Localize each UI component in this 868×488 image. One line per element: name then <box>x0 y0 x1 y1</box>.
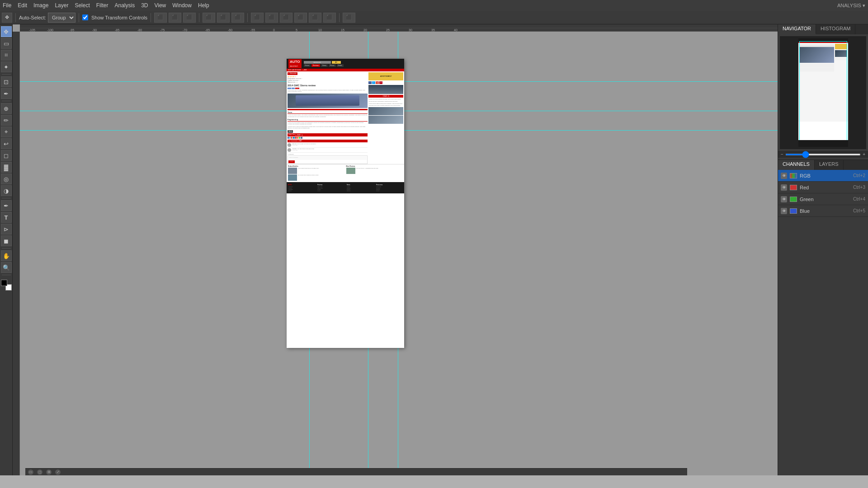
move-tool-button[interactable]: ✥ <box>2 13 12 23</box>
menu-analysis[interactable]: Analysis <box>114 2 135 9</box>
zoom-tool[interactable]: 🔍 <box>1 262 12 273</box>
distribute-right-button[interactable]: ⬛ <box>280 13 292 23</box>
align-center-h-button[interactable]: ⬛ <box>169 13 181 23</box>
channel-eye-rgb[interactable]: 👁 <box>781 173 787 179</box>
status-icon-4[interactable]: ⤢ <box>55 469 61 475</box>
channel-rgb[interactable]: 👁 RGB Ctrl+2 <box>778 170 868 182</box>
dodge-tool[interactable]: ◑ <box>1 185 12 196</box>
tab-navigator[interactable]: NAVIGATOR <box>778 24 816 34</box>
tab-channels[interactable]: CHANNELS <box>778 160 815 170</box>
bottom-tags: TAGS <box>288 130 293 133</box>
sidebar-social-icons: f t g P <box>368 81 403 84</box>
tool-separator <box>15 13 16 22</box>
comment-textarea-placeholder[interactable]: Leave a comment... <box>288 156 367 160</box>
marquee-tool[interactable]: ▭ <box>1 38 12 49</box>
zoom-slider[interactable] <box>785 154 861 155</box>
menu-edit[interactable]: Edit <box>18 2 27 9</box>
sidebar-text-2: Duis aute irure dolor in reprehenderit i… <box>368 101 403 102</box>
channel-layer-tabs: CHANNELS LAYERS <box>778 160 868 170</box>
menu-view[interactable]: View <box>154 2 166 9</box>
app-name: ANALYSIS ▾ <box>837 3 865 9</box>
menu-select[interactable]: Select <box>75 2 90 9</box>
move-tool[interactable]: ✥ <box>1 26 12 37</box>
navigator-preview[interactable] <box>780 36 866 149</box>
eyedropper-tool[interactable]: ✒ <box>1 88 12 99</box>
gradient-tool[interactable]: ▓ <box>1 162 12 173</box>
nav-content-area <box>798 43 848 122</box>
magic-wand-tool[interactable]: ✦ <box>1 61 12 72</box>
spot-heal-tool[interactable]: ⊕ <box>1 103 12 114</box>
zoom-out-icon[interactable]: − <box>781 152 783 157</box>
svg-rect-2 <box>13 32 20 475</box>
channel-green[interactable]: 👁 Green Ctrl+4 <box>778 193 868 205</box>
align-middle-v-button[interactable]: ⬛ <box>217 13 230 23</box>
vertical-ruler <box>13 32 20 475</box>
menu-bar: File Edit Image Layer Select Filter Anal… <box>0 0 868 11</box>
channel-eye-red[interactable]: 👁 <box>781 184 787 191</box>
menu-file[interactable]: File <box>3 2 11 9</box>
lasso-tool[interactable]: ⌗ <box>1 50 12 61</box>
eraser-tool[interactable]: ◻ <box>1 150 12 161</box>
show-transform-checkbox[interactable] <box>82 14 88 20</box>
footer-col-3: News LatestIndustryEventsRacing <box>347 184 373 192</box>
webpage-nav: Home Reviews News Prices Deals <box>304 64 402 67</box>
blur-tool[interactable]: ◎ <box>1 174 12 184</box>
engineering-content: At vero eos et accusamus et iusto odio d… <box>288 122 368 125</box>
sidebar-text-3: Ut labore et dolore magnam aliquam quaer… <box>368 103 403 104</box>
history-brush-tool[interactable]: ↩ <box>1 138 12 149</box>
align-top-button[interactable]: ⬛ <box>203 13 215 23</box>
navigator-doc-preview <box>798 38 848 147</box>
text-tool[interactable]: T <box>1 212 12 223</box>
sidebar-photo-1 <box>368 107 403 115</box>
submit-comment-button[interactable]: Submit <box>288 160 295 163</box>
align-bottom-button[interactable]: ⬛ <box>231 13 244 23</box>
distribute-center-button[interactable]: ⬛ <box>265 13 278 23</box>
align-right-button[interactable]: ⬛ <box>183 13 196 23</box>
pen-tool[interactable]: ✒ <box>1 200 12 211</box>
distribute-left-button[interactable]: ⬛ <box>251 13 264 23</box>
channel-shortcut-rgb: Ctrl+2 <box>853 173 865 178</box>
article-tags: 2014 GMC Sierra <box>288 88 368 89</box>
status-icon-2[interactable]: ◻ <box>37 469 42 475</box>
channel-blue[interactable]: 👁 Blue Ctrl+5 <box>778 205 868 217</box>
status-icon-3[interactable]: ⊞ <box>46 469 52 475</box>
horizontal-ruler: -105 -100 -95 -90 -85 -80 -75 -70 -65 -6… <box>20 24 778 32</box>
sidebar-text-4: Lorem ipsum dolor sit amet, consectetur … <box>368 105 403 106</box>
tool-separator-3 <box>2 198 11 198</box>
tab-histogram[interactable]: HISTOGRAM <box>816 24 855 34</box>
channel-red[interactable]: 👁 Red Ctrl+3 <box>778 182 868 193</box>
move-tool-icon: ✥ <box>5 14 9 20</box>
menu-help[interactable]: Help <box>198 2 209 9</box>
zoom-in-icon[interactable]: + <box>863 152 865 157</box>
hand-tool[interactable]: ✋ <box>1 250 12 261</box>
webpage-document[interactable]: AUTOINDUSTRIST carmax.com AD Home Review… <box>287 59 404 348</box>
comment-count: 4 comments <box>288 154 368 155</box>
document-canvas[interactable]: AUTOINDUSTRIST carmax.com AD Home Review… <box>20 32 778 475</box>
foreground-color-swatch[interactable] <box>1 280 7 286</box>
menu-3d[interactable]: 3D <box>141 2 148 9</box>
tool-sep-2 <box>79 13 79 22</box>
distribute-bottom-button[interactable]: ⬛ <box>323 13 336 23</box>
nav-deals: Deals <box>337 64 344 67</box>
crop-tool[interactable]: ⊡ <box>1 76 12 87</box>
channel-eye-green[interactable]: 👁 <box>781 196 787 202</box>
stamp-tool[interactable]: ⌖ <box>1 127 12 137</box>
red-accent-bar <box>288 109 368 110</box>
menu-window[interactable]: Window <box>172 2 192 9</box>
arrange-button[interactable]: ⬛ <box>343 13 355 23</box>
distribute-middle-button[interactable]: ⬛ <box>309 13 321 23</box>
align-left-button[interactable]: ⬛ <box>154 13 167 23</box>
menu-layer[interactable]: Layer <box>55 2 68 9</box>
status-icon-1[interactable]: ▭ <box>28 469 33 475</box>
shape-tool[interactable]: ◼ <box>1 235 12 246</box>
toolbox: ✥ ▭ ⌗ ✦ ⊡ ✒ ⊕ ✏ ⌖ ↩ ◻ ▓ ◎ ◑ ✒ T ⊳ ◼ ✋ 🔍 <box>0 24 13 475</box>
brush-tool[interactable]: ✏ <box>1 115 12 126</box>
path-select-tool[interactable]: ⊳ <box>1 224 12 235</box>
auto-select-dropdown[interactable]: Group Layer <box>48 13 75 23</box>
menu-image[interactable]: Image <box>33 2 48 9</box>
tab-layers[interactable]: LAYERS <box>815 160 844 170</box>
channel-eye-blue[interactable]: 👁 <box>781 208 787 214</box>
nav-header-bar <box>798 38 848 42</box>
menu-filter[interactable]: Filter <box>96 2 108 9</box>
distribute-top-button[interactable]: ⬛ <box>294 13 307 23</box>
